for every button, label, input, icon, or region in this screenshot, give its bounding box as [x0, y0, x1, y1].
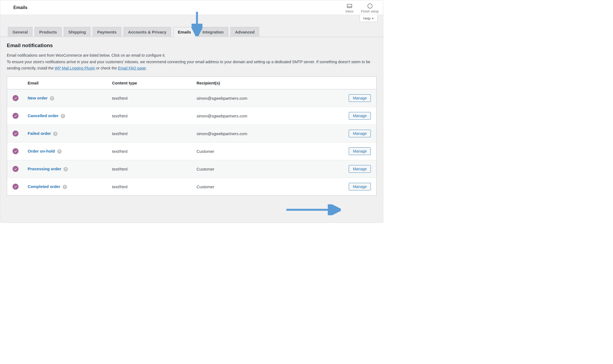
recipient-cell: simon@sgwebpartners.com — [193, 125, 341, 142]
status-cell — [7, 178, 25, 196]
desc-text-b: or check the — [95, 66, 118, 70]
help-tooltip-icon[interactable]: ? — [53, 132, 57, 136]
content-type-cell: text/html — [109, 89, 193, 107]
recipient-cell: simon@sgwebpartners.com — [193, 107, 341, 125]
help-tooltip-icon[interactable]: ? — [61, 114, 65, 118]
help-tooltip-icon[interactable]: ? — [57, 149, 62, 154]
manage-button[interactable]: Manage — [349, 130, 371, 137]
email-table: Email Content type Recipient(s) New orde… — [7, 77, 377, 196]
inbox-button[interactable]: Inbox — [345, 3, 353, 13]
tab-payments[interactable]: Payments — [93, 27, 121, 37]
content-type-cell: text/html — [109, 142, 193, 160]
circle-icon — [367, 3, 373, 9]
email-name-cell: Cancelled order? — [25, 107, 109, 125]
section-description-2: To ensure your store's notifications arr… — [7, 59, 375, 71]
status-cell — [7, 89, 25, 107]
status-enabled-icon — [13, 95, 19, 101]
email-link[interactable]: Cancelled order — [28, 113, 59, 118]
content-type-cell: text/html — [109, 160, 193, 178]
manage-button[interactable]: Manage — [349, 183, 371, 190]
content-type-cell: text/html — [109, 178, 193, 196]
help-toggle[interactable]: Help ▼ — [360, 15, 378, 22]
content-type-cell: text/html — [109, 125, 193, 142]
chevron-down-icon: ▼ — [372, 17, 374, 20]
tab-products[interactable]: Products — [35, 27, 62, 37]
content-type-cell: text/html — [109, 107, 193, 125]
annotation-arrow-right — [286, 204, 341, 215]
wp-mail-logging-link[interactable]: WP Mail Logging Plugin — [55, 66, 95, 70]
help-tooltip-icon[interactable]: ? — [50, 96, 54, 101]
manage-cell: Manage — [341, 178, 377, 196]
table-row: Completed order?text/htmlCustomerManage — [7, 178, 377, 196]
status-cell — [7, 107, 25, 125]
manage-button[interactable]: Manage — [349, 147, 371, 155]
desc-text-c: . — [146, 66, 147, 70]
tab-accounts-privacy[interactable]: Accounts & Privacy — [123, 27, 171, 37]
status-cell — [7, 125, 25, 142]
help-label: Help — [363, 16, 371, 20]
tab-general[interactable]: General — [8, 27, 32, 37]
section-heading: Email notifications — [7, 43, 375, 48]
manage-cell: Manage — [341, 107, 377, 125]
table-row: Processing order?text/htmlCustomerManage — [7, 160, 377, 178]
email-faq-link[interactable]: Email FAQ page — [118, 66, 146, 70]
svg-point-0 — [368, 4, 372, 8]
email-link[interactable]: Order on-hold — [28, 149, 55, 153]
inbox-label: Inbox — [345, 10, 353, 13]
status-cell — [7, 142, 25, 160]
tab-shipping[interactable]: Shipping — [64, 27, 90, 37]
manage-button[interactable]: Manage — [349, 165, 371, 173]
table-row: Cancelled order?text/htmlsimon@sgwebpart… — [7, 107, 377, 125]
email-link[interactable]: Completed order — [28, 184, 60, 189]
table-row: Order on-hold?text/htmlCustomerManage — [7, 142, 377, 160]
topbar-actions: Inbox Finish setup — [345, 2, 379, 13]
table-row: Failed order?text/htmlsimon@sgwebpartner… — [7, 125, 377, 142]
col-status — [7, 77, 25, 89]
section-description-1: Email notifications sent from WooCommerc… — [7, 52, 375, 58]
col-manage — [341, 77, 377, 89]
email-link[interactable]: Processing order — [28, 166, 61, 171]
manage-button[interactable]: Manage — [349, 112, 371, 120]
status-cell — [7, 160, 25, 178]
manage-cell: Manage — [341, 142, 377, 160]
status-enabled-icon — [13, 148, 19, 154]
help-tooltip-icon[interactable]: ? — [63, 167, 68, 171]
settings-tabs: General Products Shipping Payments Accou… — [0, 15, 383, 37]
email-name-cell: Order on-hold? — [25, 142, 109, 160]
email-table-body: New order?text/htmlsimon@sgwebpartners.c… — [7, 89, 377, 196]
finish-setup-label: Finish setup — [361, 10, 379, 13]
page-title: Emails — [13, 5, 28, 10]
topbar: Emails Inbox Finish setup — [0, 0, 383, 15]
email-link[interactable]: Failed order — [28, 131, 51, 136]
col-content-type: Content type — [109, 77, 193, 89]
col-email: Email — [25, 77, 109, 89]
manage-cell: Manage — [341, 160, 377, 178]
manage-cell: Manage — [341, 89, 377, 107]
email-name-cell: Completed order? — [25, 178, 109, 196]
status-enabled-icon — [13, 166, 19, 172]
email-name-cell: New order? — [25, 89, 109, 107]
email-link[interactable]: New order — [28, 96, 48, 100]
status-enabled-icon — [13, 113, 19, 119]
manage-cell: Manage — [341, 125, 377, 142]
tab-advanced[interactable]: Advanced — [230, 27, 259, 37]
inbox-icon — [347, 3, 353, 9]
status-enabled-icon — [13, 184, 19, 190]
tab-emails[interactable]: Emails — [173, 27, 196, 37]
manage-button[interactable]: Manage — [349, 94, 371, 102]
body-area: Help ▼ General Products Shipping Payment… — [0, 15, 383, 223]
status-enabled-icon — [13, 131, 19, 136]
recipient-cell: Customer — [193, 178, 341, 196]
col-recipients: Recipient(s) — [193, 77, 341, 89]
recipient-cell: simon@sgwebpartners.com — [193, 89, 341, 107]
recipient-cell: Customer — [193, 142, 341, 160]
finish-setup-button[interactable]: Finish setup — [361, 3, 379, 13]
table-row: New order?text/htmlsimon@sgwebpartners.c… — [7, 89, 377, 107]
email-name-cell: Processing order? — [25, 160, 109, 178]
tab-integration[interactable]: Integration — [198, 27, 228, 37]
email-notifications-section: Email notifications Email notifications … — [0, 37, 383, 71]
recipient-cell: Customer — [193, 160, 341, 178]
help-tooltip-icon[interactable]: ? — [63, 185, 67, 189]
email-name-cell: Failed order? — [25, 125, 109, 142]
